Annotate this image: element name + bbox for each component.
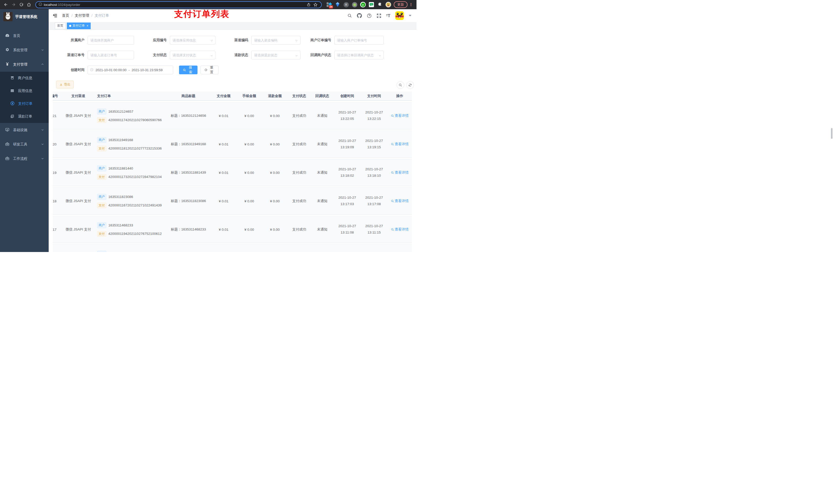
site-info-icon[interactable] (39, 2, 42, 7)
extensions-puzzle-icon[interactable] (377, 2, 383, 7)
browser-reload-icon[interactable] (18, 1, 25, 8)
url-path: :1024/pay/order (57, 3, 80, 7)
pay-status-select (170, 51, 215, 59)
merchant-tag: 商户 (97, 109, 106, 115)
avatar-caret-icon[interactable] (409, 15, 411, 16)
export-button[interactable]: 导出 (56, 81, 74, 88)
url-host: localhost (44, 3, 57, 7)
merchant-select (88, 36, 134, 45)
view-detail-label: 查看详情 (395, 142, 409, 146)
bookmark-star-icon[interactable] (312, 1, 319, 8)
cell-create-time: 2021-10-2713:11:08 (334, 223, 361, 236)
refresh-table-button[interactable] (406, 81, 414, 89)
sidebar-item-pay[interactable]: 支付管理 (0, 57, 49, 72)
breadcrumb-section[interactable]: 支付管理 (75, 13, 89, 18)
shop-icon (10, 76, 14, 81)
cell-pay-time: 2021-10-2713:18:10 (361, 166, 387, 179)
browser-update-button[interactable]: 更新 (394, 1, 407, 8)
header-search-icon[interactable] (347, 13, 352, 18)
sidebar-collapse-icon[interactable] (52, 13, 58, 19)
view-detail-link[interactable]: 查看详情 (391, 114, 409, 118)
view-detail-link[interactable]: 查看详情 (391, 142, 409, 146)
pay-clock: 13:18:10 (361, 173, 387, 179)
browser-back-icon[interactable] (3, 1, 9, 8)
date-end: 2021-10-31 23:59:59 (132, 68, 163, 72)
sidebar-item-system[interactable]: 系统管理 (0, 43, 49, 57)
pay-status-input[interactable] (170, 51, 215, 59)
browser-forward-icon[interactable] (10, 1, 17, 8)
avatar[interactable] (395, 11, 404, 20)
record-glyph (352, 2, 357, 7)
profile-emoji-icon[interactable] (385, 2, 391, 7)
help-icon[interactable] (367, 13, 372, 18)
extension-tabs-icon[interactable]: 10 (326, 2, 332, 7)
view-detail-link[interactable]: 查看详情 (391, 199, 409, 203)
extension-command-icon[interactable]: ⌘ (343, 2, 349, 7)
merchant-order-no: 1635311354796 (109, 252, 133, 252)
merchant-order-line: 商户 1635311468233 (97, 222, 166, 228)
extension-kite-icon[interactable] (335, 2, 340, 7)
breadcrumb-home[interactable]: 首页 (62, 13, 69, 18)
create-date: 2021-10-27 (334, 166, 361, 173)
search-button[interactable]: 搜索 (179, 66, 197, 74)
ext-square-bottom (327, 5, 329, 7)
col-action: 操作 (387, 94, 412, 98)
cell-title: 标题：1635311468233 (166, 227, 211, 232)
pay-date: 2021-10-27 (361, 195, 387, 201)
merchant-order-no-input[interactable] (334, 36, 384, 45)
page-content: 所属商户 应用编号 渠道编码 商户订单编号 (49, 30, 416, 252)
sidebar-item-pay-order[interactable]: 支付订单 (0, 97, 49, 110)
create-clock: 13:11:08 (334, 230, 361, 236)
tag-close-icon[interactable]: × (86, 24, 88, 27)
pay-tag: 支付 (97, 146, 106, 152)
app-logo-row[interactable]: 芋道管理系统 (0, 9, 49, 24)
cell-channel: 微信 JSAPI 支付 (64, 199, 93, 203)
cell-create-time: 2021-10-2713:19:09 (334, 138, 361, 150)
date-range-picker[interactable]: 2021-10-01 00:00:00 - 2021-10-31 23:59:5… (88, 66, 173, 74)
merchant-input[interactable] (88, 36, 134, 45)
show-search-button[interactable] (397, 81, 404, 89)
cell-fee: ¥ 0.00 (236, 199, 262, 203)
cell-fee: ¥ 0.00 (236, 228, 262, 232)
channel-order-no-input[interactable] (88, 51, 134, 59)
filter-channel-code: 渠道编码 (220, 36, 301, 45)
url-bar[interactable]: localhost:1024/pay/order (35, 1, 322, 8)
extension-chat-icon[interactable] (368, 2, 374, 7)
browser-menu-icon[interactable]: ⋮ (409, 2, 414, 7)
cell-title: 标题：1635311881439 (166, 170, 211, 175)
sidebar-item-refund-order[interactable]: 退款订单 (0, 110, 49, 123)
sidebar-item-home[interactable]: 首页 (0, 29, 49, 43)
breadcrumb-separator: / (71, 14, 72, 18)
share-icon[interactable] (305, 1, 312, 8)
browser-home-icon[interactable] (26, 1, 32, 8)
cell-id: 17 (53, 228, 64, 232)
extension-y-icon[interactable]: y (360, 2, 366, 7)
font-size-icon[interactable]: TT (386, 14, 390, 18)
channel-code-select (251, 36, 301, 45)
refund-status-input[interactable] (251, 51, 301, 59)
navbar: 首页 / 支付管理 / 支付订单 支付订单列表 (49, 9, 416, 22)
merchant-order-no: 1635311881440 (109, 166, 133, 170)
sidebar-item-workflow[interactable]: 工作流程 (0, 152, 49, 166)
view-detail-link[interactable]: 查看详情 (391, 170, 409, 175)
extension-record-icon[interactable] (352, 2, 357, 7)
tag-pay-order[interactable]: 支付订单 × (67, 23, 91, 29)
channel-code-input[interactable] (251, 36, 301, 45)
col-refund: 退款金额 (262, 94, 288, 98)
filter-app: 应用编号 (138, 36, 215, 45)
merchant-order-no-wrap (334, 36, 384, 45)
tag-home[interactable]: 首页 (55, 23, 66, 29)
sidebar-item-app-info[interactable]: 应用信息 (0, 85, 49, 97)
sidebar-item-dev-tools[interactable]: 研发工具 (0, 137, 49, 152)
sidebar-item-merchant-info[interactable]: 商户信息 (0, 72, 49, 85)
merchant-tag: 商户 (97, 251, 106, 252)
sidebar-item-infra[interactable]: 基础设施 (0, 123, 49, 137)
github-icon[interactable] (357, 13, 362, 18)
fullscreen-icon[interactable] (377, 13, 381, 18)
callback-status-input[interactable] (334, 51, 384, 59)
chat-outer (369, 2, 374, 7)
view-detail-link[interactable]: 查看详情 (391, 227, 409, 232)
app-input[interactable] (170, 36, 215, 45)
filter-label: 商户订单编号 (302, 38, 334, 43)
reset-button[interactable]: 重置 (200, 66, 218, 74)
